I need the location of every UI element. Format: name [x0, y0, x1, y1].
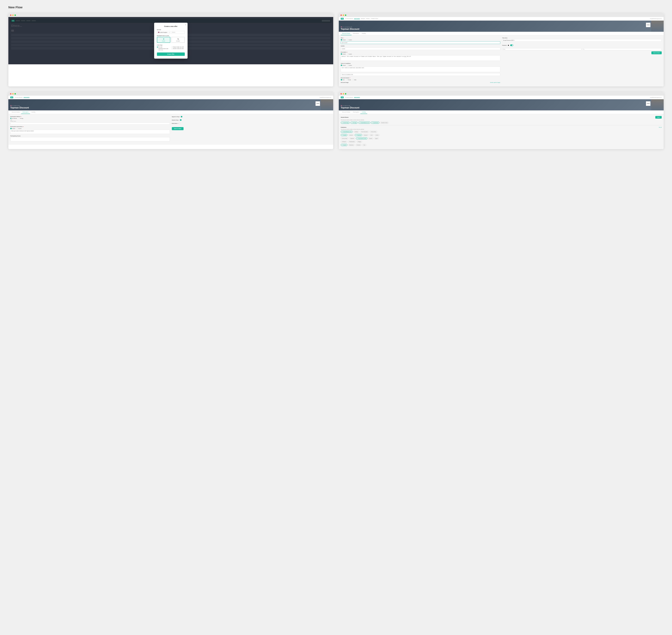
terms-default-dot[interactable] [341, 65, 342, 66]
pub-tag-topshop[interactable]: ✓Topshop [355, 134, 362, 136]
pub-tag-amazon[interactable]: Amazon [363, 134, 369, 136]
title-custom-radio[interactable]: Custom [347, 39, 352, 41]
pub-tag-france[interactable]: France Blue [370, 131, 377, 133]
save-button-4[interactable]: Save [655, 116, 662, 118]
gender-female[interactable]: Female [346, 79, 351, 81]
nav-brands-2[interactable]: BRANDS [361, 18, 365, 19]
no-code-option[interactable]: No code [157, 46, 170, 48]
nav-discounts-3[interactable]: DISCOUNTS [24, 97, 29, 98]
tab-discount-details-3[interactable]: Discount Details [10, 110, 21, 114]
size-from[interactable]: From [502, 48, 582, 50]
country-select[interactable]: 🇬🇧 United Kingdom ▾ [157, 31, 170, 34]
pub-tag-ticketmaster[interactable]: Ticketmaster [348, 140, 356, 143]
brand-input[interactable]: Brand [171, 31, 185, 34]
pub-tag-oyster[interactable]: ✓Oyster [341, 144, 347, 146]
generic-code-option[interactable]: Generic multi-use code [171, 48, 185, 49]
unique-code-radio[interactable] [171, 46, 173, 48]
pub-tag-mysc[interactable]: ✓My Student Credit [356, 137, 367, 139]
instruct-custom-radio[interactable]: Custom [16, 128, 21, 129]
terms-textarea[interactable]: Full terms & Conditions available here [341, 67, 500, 72]
nav-sb-3[interactable]: STUDENTBEANS [15, 97, 23, 98]
timezone-select[interactable]: Europe/Timezone GMT+1 [502, 39, 662, 42]
instore-button[interactable]: 🛍 In-store [171, 37, 185, 43]
title-default-radio[interactable]: Default [341, 39, 346, 41]
tag-syndicated[interactable]: ✓ Syndicated [371, 122, 380, 124]
pub-tag-flip[interactable]: Flippster [349, 137, 355, 139]
gender-female-radio[interactable] [346, 79, 347, 81]
nav-studentbeans[interactable]: STUDENTBEANS [345, 18, 353, 19]
pub-tag-starbucks[interactable]: Starbucks [348, 144, 355, 146]
gender-both[interactable]: Both [341, 79, 345, 81]
modal-close-button[interactable]: × [185, 24, 186, 26]
featured-toggle[interactable] [510, 44, 513, 46]
terms-default-radio[interactable]: Default [341, 65, 346, 66]
subtitle-input[interactable] [341, 47, 500, 50]
gender-both-radio[interactable] [341, 79, 342, 81]
tab-visibility-3[interactable]: Visibility [30, 110, 37, 114]
title-default-dot[interactable] [341, 39, 342, 41]
tab-visibility-4[interactable]: Visibility [360, 110, 367, 114]
nav-discounts-4[interactable]: DISCOUNTS [354, 97, 360, 98]
tab-discount-details-2[interactable]: Discount Details [341, 32, 352, 35]
participating-venues-area[interactable] [10, 137, 170, 141]
gender-specific-link[interactable]: Gender specific images [490, 82, 500, 83]
generic-code-radio[interactable] [171, 48, 173, 49]
nav-connections-2[interactable]: CONNECTIONS [371, 18, 378, 19]
tab-visibility-2[interactable]: Visibility [360, 32, 367, 35]
pub-tag-greggs[interactable]: Greggs [356, 140, 362, 143]
pub-tag-freshers[interactable]: Freshers [355, 144, 362, 146]
unique-code-option[interactable]: Unique single use code [171, 46, 185, 48]
tab-discount-details-4[interactable]: Discount Details [341, 110, 352, 114]
tag-ios-app[interactable]: ✓ iOS App [350, 122, 358, 124]
desc-default-radio[interactable]: Default [341, 53, 346, 55]
online-button[interactable]: 🖥 Online [157, 37, 170, 43]
default-value-input[interactable] [10, 123, 170, 125]
pub-tag-spotify[interactable]: ✓Spotify [341, 134, 347, 136]
pub-tag-sunny[interactable]: Sunny Days [341, 137, 349, 139]
nav-discounts-2[interactable]: DISCOUNTS [354, 18, 360, 19]
pub-tag-arch[interactable]: Arch [369, 134, 374, 136]
desc-custom-radio[interactable]: Custom [347, 53, 352, 55]
desc-custom-dot[interactable] [347, 53, 348, 55]
save-next-button-2[interactable]: Save & Next [651, 51, 662, 54]
pub-tag-studentbeans[interactable]: ✓StudentBeans.com [341, 131, 353, 133]
title-custom-dot[interactable] [347, 39, 348, 41]
tick-all-label[interactable]: Tick all [659, 127, 662, 128]
via-app-radio[interactable]: Via App [18, 118, 23, 119]
individual-code-option[interactable]: Individual reuse code [157, 48, 170, 49]
create-offer-button[interactable]: Create Offer [157, 52, 185, 56]
title-input[interactable] [341, 41, 500, 44]
size-to[interactable]: To [582, 48, 662, 50]
terms-custom-dot[interactable] [347, 65, 348, 66]
pub-tag-vue[interactable]: Vue [362, 144, 366, 146]
pub-tag-titus[interactable]: Titus Education [360, 131, 369, 133]
via-website-radio[interactable]: Via Website [10, 118, 17, 119]
terms-custom-radio[interactable]: Custom [347, 65, 352, 66]
nav-prizes-2[interactable]: PRIZES [366, 18, 370, 19]
tab-redemption-3[interactable]: Redemption [21, 110, 30, 114]
tag-student-credit[interactable]: Student Credit [380, 122, 389, 124]
description-textarea[interactable]: Default: 25% student discount at Tobman … [341, 55, 500, 61]
individual-code-radio[interactable] [157, 48, 158, 49]
tab-redemption-4[interactable]: Redemption [352, 110, 360, 114]
instruct-default-radio[interactable]: Default [10, 128, 15, 129]
nav-sb-4[interactable]: STUDENTBEANS [345, 97, 353, 98]
gender-male-radio[interactable] [352, 79, 354, 81]
pub-tag-apple[interactable]: Apple [374, 137, 379, 139]
tag-android-app[interactable]: ✓ Android App [341, 122, 350, 124]
pub-tag-uni2[interactable]: Unidays2 [341, 140, 347, 143]
pub-tag-opodo[interactable]: Opodo [368, 137, 373, 139]
no-code-radio[interactable] [157, 46, 158, 48]
student-only-checkbox[interactable] [180, 119, 181, 121]
desc-default-dot[interactable] [341, 53, 342, 55]
pub-tag-unilever[interactable]: Unilever [348, 134, 354, 136]
tag-studentbeans-com[interactable]: ✓ StudentBeans.com [358, 122, 370, 124]
pub-tag-unidays[interactable]: Unidays [353, 131, 359, 133]
save-next-button-3[interactable]: Save & Next [172, 127, 183, 130]
tab-redemption-2[interactable]: Redemption [352, 32, 360, 35]
pub-tag-archie[interactable]: Archie [374, 134, 380, 136]
signed-in-checkbox[interactable] [181, 116, 182, 117]
gender-male[interactable]: Male [352, 79, 356, 81]
data-share-checkbox[interactable] [179, 123, 180, 124]
terms-url-input[interactable] [341, 73, 500, 76]
